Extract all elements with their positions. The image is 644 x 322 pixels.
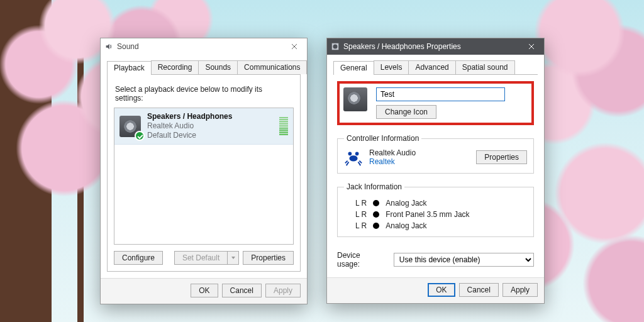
set-default-dropdown-icon <box>228 251 239 265</box>
jack-lr: L R <box>355 210 367 219</box>
device-name-input[interactable] <box>376 87 505 101</box>
apply-button[interactable]: Apply <box>502 283 538 297</box>
speaker-icon <box>343 87 367 111</box>
controller-info-group: Controller Information Realtek Audio Rea… <box>337 134 534 174</box>
set-default-button: Set Default <box>174 251 228 265</box>
jack-label: Analog Jack <box>386 221 426 230</box>
tab-communications[interactable]: Communications <box>237 60 307 74</box>
props-footer: OK Cancel Apply <box>327 277 544 303</box>
ok-button[interactable]: OK <box>191 284 218 297</box>
jack-row: L R Front Panel 3.5 mm Jack <box>355 210 527 219</box>
playback-hint: Select a playback device below to modify… <box>115 85 292 103</box>
highlight-box: Change Icon <box>337 81 534 125</box>
tab-advanced[interactable]: Advanced <box>408 60 455 74</box>
apply-button: Apply <box>265 284 301 297</box>
sound-tabs: Playback Recording Sounds Communications <box>107 60 301 75</box>
jack-lr: L R <box>355 199 367 208</box>
jack-dot-icon <box>373 200 379 206</box>
sound-footer: OK Cancel Apply <box>101 278 307 304</box>
jack-row: L R Analog Jack <box>355 199 527 208</box>
device-usage-select[interactable]: Use this device (enable) <box>394 253 534 267</box>
cancel-button[interactable]: Cancel <box>459 283 499 297</box>
sound-body: Playback Recording Sounds Communications… <box>101 55 307 278</box>
close-button[interactable] <box>519 38 544 55</box>
props-title: Speakers / Headphones Properties <box>343 42 515 51</box>
device-usage-row: Device usage: Use this device (enable) <box>337 251 534 269</box>
jack-row: L R Analog Jack <box>355 221 527 230</box>
sound-title: Sound <box>117 42 278 51</box>
device-row[interactable]: Speakers / Headphones Realtek Audio Defa… <box>114 108 293 145</box>
default-check-icon <box>135 131 145 141</box>
close-button[interactable] <box>282 38 307 55</box>
jack-info-group: Jack Information L R Analog Jack L R Fro… <box>337 182 534 237</box>
props-titlebar[interactable]: Speakers / Headphones Properties <box>327 38 544 55</box>
props-tabs: General Levels Advanced Spatial sound <box>333 60 538 75</box>
controller-name: Realtek Audio <box>369 148 470 157</box>
jack-legend: Jack Information <box>344 182 404 191</box>
tab-sounds[interactable]: Sounds <box>198 60 238 74</box>
cancel-button[interactable]: Cancel <box>222 284 262 297</box>
controller-vendor-link[interactable]: Realtek <box>369 157 470 166</box>
speaker-small-icon <box>331 42 340 51</box>
tab-spatial-sound[interactable]: Spatial sound <box>455 60 515 74</box>
speaker-icon <box>119 116 141 137</box>
device-usage-label: Device usage: <box>337 251 384 269</box>
ok-button[interactable]: OK <box>428 283 455 297</box>
device-name: Speakers / Headphones <box>147 112 273 121</box>
device-status: Default Device <box>147 131 273 140</box>
sound-dialog: Sound Playback Recording Sounds Communic… <box>100 38 308 304</box>
tab-playback[interactable]: Playback <box>107 61 152 75</box>
properties-button[interactable]: Properties <box>243 251 294 265</box>
level-meter <box>279 117 288 135</box>
jack-lr: L R <box>355 221 367 230</box>
svg-point-4 <box>355 152 359 156</box>
device-meta: Speakers / Headphones Realtek Audio Defa… <box>147 112 273 140</box>
tab-levels[interactable]: Levels <box>374 60 409 74</box>
jack-dot-icon <box>373 211 379 218</box>
general-panel: Change Icon Controller Information Realt… <box>333 75 538 271</box>
svg-point-1 <box>333 45 338 49</box>
svg-point-3 <box>348 152 352 156</box>
configure-button[interactable]: Configure <box>114 251 163 265</box>
controller-legend: Controller Information <box>344 134 421 143</box>
device-driver: Realtek Audio <box>147 121 273 131</box>
jack-dot-icon <box>373 223 379 229</box>
jack-label: Analog Jack <box>386 199 426 208</box>
realtek-crab-icon <box>344 148 363 167</box>
props-body: General Levels Advanced Spatial sound Ch… <box>327 55 544 277</box>
tab-general[interactable]: General <box>333 61 374 75</box>
controller-properties-button[interactable]: Properties <box>476 150 527 164</box>
volume-icon <box>104 42 113 51</box>
jack-label: Front Panel 3.5 mm Jack <box>386 210 469 219</box>
svg-point-2 <box>349 155 357 161</box>
speaker-properties-dialog: Speakers / Headphones Properties General… <box>326 38 545 304</box>
change-icon-button[interactable]: Change Icon <box>376 105 436 119</box>
tab-recording[interactable]: Recording <box>151 60 199 74</box>
sound-titlebar[interactable]: Sound <box>101 38 307 55</box>
playback-panel: Select a playback device below to modify… <box>107 75 301 272</box>
playback-device-list[interactable]: Speakers / Headphones Realtek Audio Defa… <box>114 108 294 245</box>
